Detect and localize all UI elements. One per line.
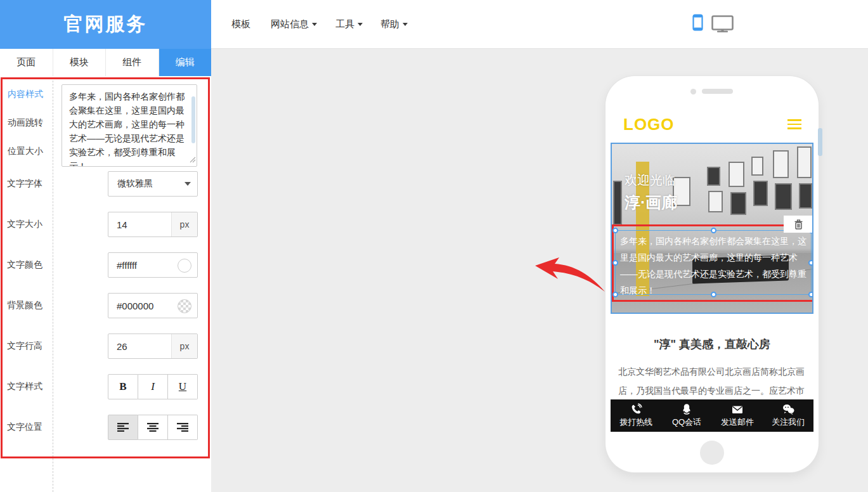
gallery-frame: [753, 181, 768, 206]
textarea-resize-grip[interactable]: [190, 154, 196, 165]
resize-handle-se[interactable]: [808, 292, 813, 297]
gallery-frame: [797, 146, 812, 178]
gallery-frame: [708, 191, 723, 212]
textarea-scrollbar[interactable]: [191, 96, 195, 143]
resize-handle-s[interactable]: [711, 292, 716, 297]
panel-tabbar: 页面 模块 组件 编辑: [0, 49, 211, 76]
gallery-frame: [729, 162, 744, 187]
annotation-arrow: [520, 251, 609, 301]
tab-label: 模块: [70, 56, 89, 68]
editor-canvas: LOGO: [211, 49, 868, 492]
field-label: 文字位置: [7, 422, 42, 433]
hamburger-menu-icon[interactable]: [787, 119, 801, 129]
field-label: 文字样式: [7, 381, 42, 392]
resize-handle-n[interactable]: [711, 228, 716, 233]
bold-label: B: [119, 380, 126, 393]
smartphone-icon[interactable]: [692, 14, 703, 34]
align-center-icon: [147, 423, 159, 432]
bg-color-input[interactable]: [108, 294, 165, 318]
font-family-select[interactable]: 微软雅黑: [108, 171, 198, 197]
hero-title-text[interactable]: 淳·画廊: [625, 192, 677, 213]
caret-down-icon: [185, 182, 191, 186]
caret-down-icon: [403, 23, 408, 26]
text-color-swatch[interactable]: [178, 259, 191, 273]
panel-section-animation-link[interactable]: 动画跳转: [8, 117, 43, 129]
intro-heading[interactable]: "淳" 真美感，直敲心房: [611, 337, 813, 352]
tab-page[interactable]: 页面: [0, 49, 53, 76]
caret-down-icon: [312, 23, 317, 26]
action-qq-chat[interactable]: QQ会话: [661, 399, 712, 432]
unit-label: px: [171, 212, 197, 236]
tab-module[interactable]: 模块: [53, 49, 107, 76]
bg-color-control: [108, 293, 198, 318]
nav-item-template[interactable]: 模板: [231, 0, 250, 48]
line-height-control: px: [108, 333, 198, 359]
tab-component[interactable]: 组件: [106, 49, 159, 76]
font-size-control: px: [108, 212, 198, 237]
intro-body[interactable]: 北京文华阁艺术品有限公司北京画店简称北京画店，乃我国当代最早的专业画店之一。应艺…: [618, 362, 806, 400]
bg-color-swatch[interactable]: [178, 299, 191, 313]
panel-section-position-size[interactable]: 位置大小: [8, 146, 43, 157]
selected-block-text: 多年来，国内各种名家创作都会聚集在这里，这里是国内最大的艺术画廊，这里的每一种艺…: [620, 233, 808, 299]
field-row-text-align: 文字位置: [0, 415, 211, 440]
action-call-hotline[interactable]: 拨打热线: [611, 399, 661, 432]
preview-scrollbar[interactable]: [818, 128, 822, 156]
nav-item-label: 网站信息: [271, 18, 309, 30]
align-right-button[interactable]: [168, 415, 198, 440]
tab-label: 组件: [122, 56, 141, 68]
action-follow-us[interactable]: 关注我们: [763, 399, 813, 432]
selected-text-block[interactable]: 多年来，国内各种名家创作都会聚集在这里，这里是国内最大的艺术画廊，这里的每一种艺…: [615, 230, 812, 295]
phone-camera-dot: [690, 89, 696, 94]
trash-icon: [794, 219, 803, 230]
tab-edit[interactable]: 编辑: [159, 49, 212, 76]
nav-item-label: 工具: [335, 18, 354, 30]
field-row-line-height: 文字行高 px: [0, 333, 211, 359]
hero-welcome-text[interactable]: 欢迎光临: [625, 172, 675, 189]
resize-handle-sw[interactable]: [612, 292, 618, 297]
phone-home-button: [700, 441, 724, 465]
field-row-bg-color: 背景颜色: [0, 293, 211, 318]
nav-item-tools[interactable]: 工具: [335, 0, 363, 48]
action-label: QQ会话: [672, 417, 701, 428]
font-size-input[interactable]: [108, 212, 172, 236]
tab-label: 页面: [16, 56, 36, 68]
text-align-group: [108, 415, 198, 440]
app-title: 官网服务: [64, 11, 148, 37]
nav-item-site-info[interactable]: 网站信息: [271, 0, 317, 48]
underline-button[interactable]: U: [168, 374, 198, 399]
line-height-input[interactable]: [108, 334, 172, 358]
italic-label: I: [151, 380, 155, 393]
content-textarea[interactable]: 多年来，国内各种名家创作都会聚集在这里，这里是国内最大的艺术画廊，这里的每一种艺…: [62, 85, 197, 166]
field-row-font-family: 文字字体 微软雅黑: [0, 171, 211, 197]
nav-item-label: 模板: [231, 18, 250, 30]
app-logo: 官网服务: [0, 0, 211, 49]
monitor-icon[interactable]: [711, 15, 734, 35]
text-style-group: B I U: [108, 374, 198, 399]
resize-handle-e[interactable]: [808, 260, 813, 266]
italic-button[interactable]: I: [138, 374, 168, 399]
app-window: 官网服务 模板 网站信息 工具 帮助: [0, 0, 868, 492]
hero-section[interactable]: 欢迎光临 淳·画廊: [611, 143, 813, 314]
bold-button[interactable]: B: [108, 374, 138, 399]
text-color-control: [108, 252, 198, 278]
top-nav: 模板 网站信息 工具 帮助: [211, 0, 868, 49]
text-color-input[interactable]: [108, 253, 165, 277]
align-center-button[interactable]: [138, 415, 168, 440]
phone-screen: LOGO: [611, 105, 813, 432]
site-logo[interactable]: LOGO: [623, 115, 675, 134]
font-family-value: 微软雅黑: [117, 178, 153, 190]
delete-block-button[interactable]: [784, 216, 813, 233]
panel-section-content-style[interactable]: 内容样式: [8, 89, 43, 100]
action-send-email[interactable]: 发送邮件: [712, 399, 763, 432]
align-left-button[interactable]: [108, 415, 138, 440]
nav-item-help[interactable]: 帮助: [380, 0, 408, 48]
gallery-frame: [799, 183, 812, 209]
field-row-text-color: 文字颜色: [0, 252, 211, 278]
edit-panel: 内容样式 动画跳转 位置大小 多年来，国内各种名家创作都会聚集在这里，这里是国内…: [0, 76, 211, 492]
gallery-frame: [751, 157, 763, 176]
action-label: 关注我们: [772, 417, 805, 428]
action-label: 发送邮件: [721, 417, 754, 428]
resize-handle-nw[interactable]: [612, 228, 618, 233]
resize-handle-w[interactable]: [612, 260, 618, 266]
field-row-font-size: 文字大小 px: [0, 212, 211, 237]
